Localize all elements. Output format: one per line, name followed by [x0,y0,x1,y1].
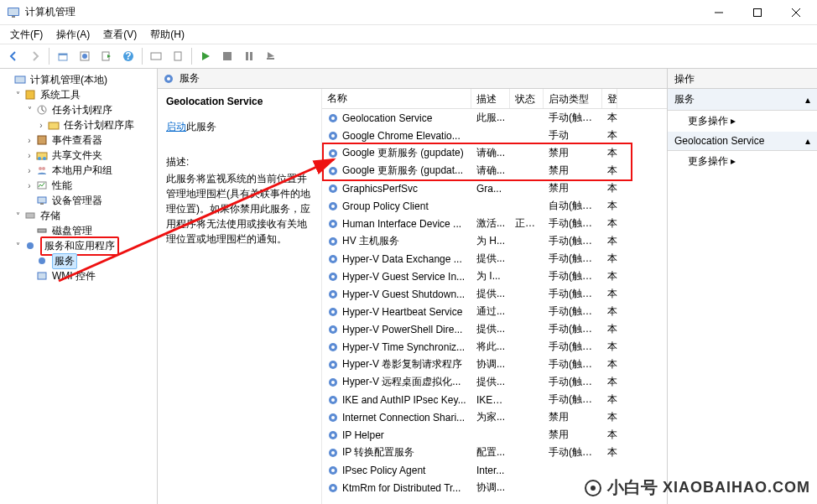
svg-point-23 [38,157,41,160]
services-list[interactable]: 名称 描述 状态 启动类型 登 Geolocation Service此服...… [322,89,667,504]
start-button[interactable] [195,46,216,66]
tree-systools[interactable]: ˅系统工具 [2,87,155,102]
tree-schedlib[interactable]: ›任务计划程序库 [2,117,155,132]
service-row[interactable]: Group Policy Client自动(触发...本 [322,197,667,215]
menu-help[interactable]: 帮助(H) [143,26,191,44]
svg-point-64 [331,346,335,349]
nav-tree[interactable]: 计算机管理(本地) ˅系统工具 ˅任务计划程序 ›任务计划程序库 ›事件查看器 … [0,69,158,504]
tree-wmi[interactable]: WMI 控件 [2,268,155,283]
restart-button[interactable] [261,46,281,66]
svg-point-68 [331,381,335,384]
services-header: 服务 [158,69,667,89]
tree-eventvwr[interactable]: ›事件查看器 [2,132,155,148]
start-link[interactable]: 启动 [166,121,186,132]
actions-section-services[interactable]: 服务▴ [668,89,817,111]
tree-users[interactable]: ›本地用户和组 [2,163,155,178]
svg-rect-29 [40,203,44,205]
service-row[interactable]: IKE and AuthIP IPsec Key...IKEE...手动(触发.… [322,391,667,408]
help-button[interactable]: ? [118,46,138,66]
service-row[interactable]: Google Chrome Elevatio...手动本 [322,127,667,144]
menu-action[interactable]: 操作(A) [49,26,96,44]
svg-text:?: ? [125,50,131,62]
services-header-label: 服务 [180,71,200,86]
svg-point-52 [331,240,335,243]
collapse-icon[interactable]: ▴ [805,94,810,106]
service-row[interactable]: Hyper-V Data Exchange ...提供...手动(触发...本 [322,250,667,268]
service-row[interactable]: IP 转换配置服务配置...手动(触发...本 [322,444,667,461]
column-headers[interactable]: 名称 描述 状态 启动类型 登 [322,89,667,109]
svg-point-46 [331,187,335,190]
nav-back-button[interactable] [3,46,23,66]
service-row[interactable]: Hyper-V Guest Service In...为 I...手动(触发..… [322,268,667,285]
tree-shared[interactable]: ›共享文件夹 [2,148,155,163]
tree-root[interactable]: 计算机管理(本地) [2,72,155,87]
more-actions-1[interactable]: 更多操作 ▸ [668,111,817,132]
export-button[interactable] [96,46,117,66]
col-logon[interactable]: 登 [602,89,617,108]
service-row[interactable]: Google 更新服务 (gupdate)请确...禁用本 [322,144,667,162]
properties-button[interactable] [75,46,95,66]
svg-rect-12 [174,52,181,60]
svg-point-42 [331,152,335,155]
service-row[interactable]: Internet Connection Shari...为家...禁用本 [322,408,667,426]
service-row[interactable]: GraphicsPerfSvcGra...禁用本 [322,179,667,197]
chevron-right-icon: ▸ [731,155,736,167]
service-row[interactable]: Hyper-V Guest Shutdown...提供...手动(触发...本 [322,285,667,303]
svg-rect-17 [15,76,25,83]
svg-point-24 [43,157,46,160]
collapse-icon[interactable]: ▴ [805,135,810,147]
svg-point-60 [331,310,335,314]
service-row[interactable]: Hyper-V Heartbeat Service通过...手动(触发...本 [322,303,667,320]
col-start[interactable]: 启动类型 [544,89,602,108]
col-desc[interactable]: 描述 [471,89,510,108]
service-row[interactable]: HV 主机服务为 H...手动(触发...本 [322,232,667,250]
svg-point-25 [39,167,42,170]
col-name[interactable]: 名称 [322,89,471,108]
more-actions-2[interactable]: 更多操作 ▸ [668,151,817,172]
service-row[interactable]: IPsec Policy AgentInter... [322,461,667,479]
chevron-right-icon: ▸ [731,115,736,127]
tree-services[interactable]: 服务 [2,253,155,268]
filter-button[interactable] [168,46,188,66]
svg-rect-18 [26,91,34,99]
service-row[interactable]: Hyper-V 卷影复制请求程序协调...手动(触发...本 [322,356,667,373]
tree-devmgr[interactable]: 设备管理器 [2,193,155,208]
svg-rect-20 [49,122,59,129]
up-button[interactable] [53,46,73,66]
svg-rect-2 [12,16,15,18]
service-detail: Geolocation Service 启动此服务 描述: 此服务将监视系统的当… [158,89,322,504]
stop-button[interactable] [217,46,237,66]
col-status[interactable]: 状态 [510,89,544,108]
app-icon [7,6,20,19]
svg-rect-1 [8,8,18,15]
menu-file[interactable]: 文件(F) [3,26,49,44]
service-row[interactable]: Hyper-V Time Synchroniz...将此...手动(触发...本 [322,338,667,356]
service-row[interactable]: IP Helper禁用本 [322,426,667,444]
service-row[interactable]: Hyper-V 远程桌面虚拟化...提供...手动(触发...本 [322,373,667,391]
svg-point-74 [331,434,335,437]
menu-bar: 文件(F) 操作(A) 查看(V) 帮助(H) [0,25,817,44]
nav-forward-button[interactable] [25,46,45,66]
view-button[interactable] [146,46,166,66]
tree-perf[interactable]: ›性能 [2,178,155,193]
actions-section-selected[interactable]: Geolocation Service▴ [668,132,817,151]
close-button[interactable] [777,0,815,25]
title-bar: 计算机管理 [0,0,817,25]
pause-button[interactable] [239,46,259,66]
tree-svcapps[interactable]: ˅服务和应用程序 [2,238,155,253]
tree-scheduler[interactable]: ˅任务计划程序 [2,102,155,117]
tree-storage[interactable]: ˅存储 [2,208,155,223]
service-row[interactable]: KtmRm for Distributed Tr...协调... [322,479,667,496]
service-row[interactable]: Google 更新服务 (gupdat...请确...禁用本 [322,162,667,179]
desc-label: 描述: [166,154,313,169]
minimize-button[interactable] [700,0,738,25]
actions-pane: 操作 服务▴ 更多操作 ▸ Geolocation Service▴ 更多操作 … [668,69,817,504]
svg-point-66 [331,363,335,366]
service-row[interactable]: Geolocation Service此服...手动(触发...本 [322,109,667,127]
service-row[interactable]: Hyper-V PowerShell Dire...提供...手动(触发...本 [322,320,667,338]
svg-point-80 [331,486,335,490]
svg-rect-27 [38,182,46,189]
menu-view[interactable]: 查看(V) [96,26,143,44]
maximize-button[interactable] [738,0,777,25]
service-row[interactable]: Human Interface Device ...激活...正在...手动(触… [322,215,667,232]
